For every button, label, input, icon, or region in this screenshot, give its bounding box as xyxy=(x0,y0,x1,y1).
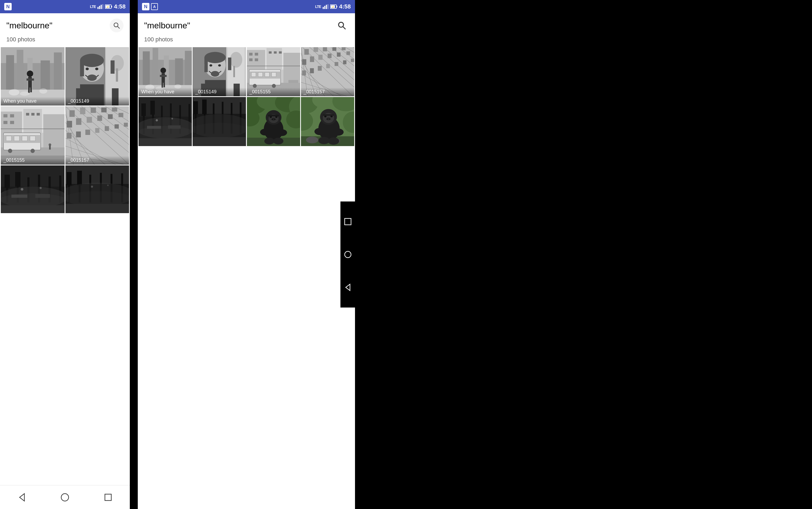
svg-point-134 xyxy=(61,494,69,501)
search-button-left[interactable] xyxy=(110,19,123,32)
svg-rect-219 xyxy=(332,47,336,51)
svg-rect-249 xyxy=(147,126,161,129)
svg-rect-96 xyxy=(85,130,90,135)
svg-rect-59 xyxy=(22,136,27,141)
svg-rect-57 xyxy=(6,136,11,141)
svg-rect-135 xyxy=(105,494,111,501)
svg-rect-15 xyxy=(41,61,50,90)
svg-rect-141 xyxy=(336,6,337,7)
svg-point-282 xyxy=(274,119,275,120)
page-title-right: "melbourne" xyxy=(144,21,190,31)
recent-side-btn-right[interactable] xyxy=(342,216,354,228)
svg-text:⚡: ⚡ xyxy=(107,6,109,8)
svg-rect-250 xyxy=(168,125,181,129)
svg-point-24 xyxy=(39,88,47,94)
photo-night1-svg-right xyxy=(139,97,192,146)
svg-point-171 xyxy=(210,64,213,66)
recent-nav-btn-left[interactable] xyxy=(102,491,114,503)
svg-rect-95 xyxy=(76,132,81,137)
photo-cell-night1-left[interactable] xyxy=(1,165,65,213)
svg-rect-20 xyxy=(27,78,34,80)
svg-rect-100 xyxy=(124,123,128,127)
svg-rect-12 xyxy=(6,55,14,90)
svg-rect-158 xyxy=(163,83,165,87)
photo-label-tram-left: _0015155 xyxy=(1,156,65,165)
search-icon-right xyxy=(337,21,346,30)
svg-rect-84 xyxy=(80,108,85,114)
svg-rect-116 xyxy=(11,195,27,198)
status-bar-left: N LTE ⚡ 4:58 xyxy=(0,0,130,13)
svg-rect-93 xyxy=(118,113,123,117)
signal-icon-right xyxy=(323,4,329,9)
svg-point-304 xyxy=(329,118,330,120)
lte-icon-right: LTE xyxy=(315,4,321,9)
photo-label-street-right: When you have xyxy=(139,88,192,96)
back-nav-btn-left[interactable] xyxy=(16,491,28,503)
svg-point-309 xyxy=(328,137,339,145)
svg-point-61 xyxy=(8,149,12,153)
photo-label-building-left: _0015157 xyxy=(66,156,129,165)
photo-cell-tram-right[interactable]: _0015155 xyxy=(247,47,300,96)
svg-point-285 xyxy=(277,129,287,136)
photo-cell-selfie-right[interactable]: _0015149 xyxy=(193,47,246,96)
svg-rect-19 xyxy=(28,77,32,88)
svg-rect-233 xyxy=(351,59,354,62)
svg-point-37 xyxy=(95,68,98,70)
home-nav-btn-left[interactable] xyxy=(59,491,71,503)
photo-cell-street-left[interactable]: When you have xyxy=(1,47,65,105)
svg-point-115 xyxy=(39,187,42,189)
photo-cell-street-right[interactable]: When you have xyxy=(139,47,192,96)
home-side-icon-right xyxy=(344,250,352,259)
grid-row-2-right xyxy=(139,97,354,146)
photo-cell-tram-left[interactable]: _0015155 xyxy=(1,106,65,165)
recent-side-icon-right xyxy=(344,217,352,226)
photo-label-street-left: When you have xyxy=(1,97,65,105)
svg-point-286 xyxy=(264,138,274,144)
recent-icon-left xyxy=(103,493,113,502)
photo-cell-night2-right[interactable] xyxy=(193,97,246,146)
photo-cell-gorilla2-right[interactable] xyxy=(301,97,354,146)
svg-rect-310 xyxy=(345,218,351,225)
grid-row-3-left xyxy=(1,165,129,213)
photo-cell-building-right[interactable]: _0015157 xyxy=(301,47,354,96)
svg-rect-99 xyxy=(114,124,119,129)
back-side-icon-right xyxy=(344,283,352,292)
app-header-left: "melbourne" xyxy=(0,13,130,35)
photo-label-selfie-left: _0015149 xyxy=(66,97,129,105)
svg-point-308 xyxy=(318,137,329,144)
svg-rect-226 xyxy=(346,52,350,55)
svg-rect-231 xyxy=(335,62,338,66)
back-side-btn-right[interactable] xyxy=(342,281,354,293)
svg-rect-182 xyxy=(249,53,253,56)
photo-cell-night2-left[interactable] xyxy=(66,165,129,213)
svg-rect-113 xyxy=(1,205,65,213)
svg-rect-223 xyxy=(318,55,323,60)
svg-rect-184 xyxy=(249,58,253,61)
page-title-left: "melbourne" xyxy=(6,21,52,31)
photo-cell-selfie-left[interactable]: _0015149 xyxy=(66,47,129,105)
side-nav-right xyxy=(340,201,355,308)
svg-rect-13 xyxy=(17,50,23,90)
status-bar-left-icons: N xyxy=(4,3,12,10)
svg-rect-138 xyxy=(326,5,327,9)
svg-rect-183 xyxy=(255,53,258,56)
status-bar-right: N A LTE ⚡ 4:58 xyxy=(138,0,355,13)
svg-rect-169 xyxy=(205,58,208,72)
lte-icon-left: LTE xyxy=(90,4,96,9)
svg-point-295 xyxy=(306,137,319,143)
svg-rect-263 xyxy=(193,137,246,146)
svg-line-145 xyxy=(343,27,345,29)
status-bar-right-right-icons: LTE ⚡ 4:58 xyxy=(315,3,351,10)
search-button-right[interactable] xyxy=(335,19,348,32)
svg-rect-50 xyxy=(10,121,14,124)
svg-rect-216 xyxy=(304,49,309,55)
home-side-btn-right[interactable] xyxy=(342,249,354,260)
svg-point-311 xyxy=(345,251,351,258)
photo-cell-night1-right[interactable] xyxy=(139,97,192,146)
svg-rect-218 xyxy=(323,47,327,52)
photo-cell-gorilla1-right[interactable] xyxy=(247,97,300,146)
carrier-icon-left: N xyxy=(4,3,12,10)
svg-rect-121 xyxy=(67,172,72,185)
svg-rect-228 xyxy=(310,68,314,73)
photo-cell-building-left[interactable]: _0015157 xyxy=(66,106,129,165)
